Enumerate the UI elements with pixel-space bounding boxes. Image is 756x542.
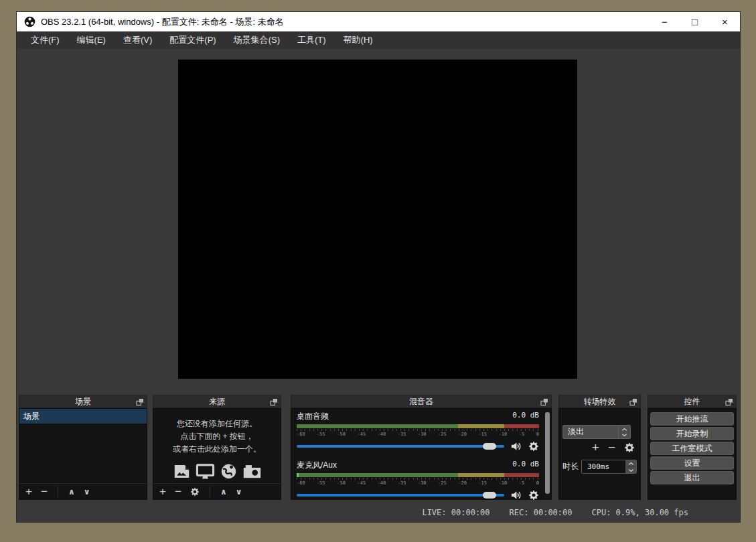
statusbar: LIVE: 00:00:00 REC: 00:00:00 CPU: 0.9%, … (17, 505, 740, 520)
float-panel-icon[interactable] (540, 398, 548, 406)
sources-empty-line: 您还没有添加任何源。 (153, 418, 281, 430)
rec-time: REC: 00:00:00 (510, 508, 573, 517)
chevron-up-icon (621, 428, 627, 432)
scale-tick: -60 (297, 432, 305, 437)
transitions-panel-header[interactable]: 转场特效 (558, 395, 641, 408)
exit-button[interactable]: 退出 (650, 471, 734, 484)
minimize-button[interactable]: − (650, 12, 680, 31)
titlebar[interactable]: OBS 23.2.1 (64-bit, windows) - 配置文件: 未命名… (17, 12, 740, 31)
image-source-icon (173, 462, 191, 480)
duration-spinbox[interactable]: 300ms (581, 460, 637, 474)
scene-list-item[interactable]: 场景 (19, 409, 147, 424)
transitions-panel: 转场特效 淡出 + − 时长 300ms (558, 395, 641, 500)
chevron-down-icon (628, 468, 634, 472)
scale-tick: -35 (398, 480, 406, 486)
remove-transition-button[interactable]: − (608, 441, 615, 454)
move-scene-up-button[interactable]: ∧ (68, 487, 75, 496)
scenes-panel-header[interactable]: 场景 (19, 395, 147, 408)
speaker-icon[interactable] (510, 440, 522, 452)
volume-meter (297, 424, 539, 428)
sources-empty-line: 点击下面的 + 按钮， (153, 430, 281, 443)
sources-panel-header[interactable]: 来源 (153, 395, 281, 408)
scale-tick: 0 (536, 480, 539, 486)
menu-item[interactable]: 编辑(E) (68, 31, 115, 49)
menu-item[interactable]: 配置文件(P) (161, 31, 224, 49)
float-panel-icon[interactable] (136, 398, 144, 406)
preview-canvas[interactable] (178, 60, 577, 379)
sources-empty-area[interactable]: 您还没有添加任何源。点击下面的 + 按钮，或者右击此处添加一个。 (153, 408, 281, 483)
mixer-channels: 桌面音频0.0 dB-60-55-50-45-40-35-30-25-20-15… (291, 409, 551, 501)
add-source-button[interactable]: + (159, 486, 166, 497)
mixer-channel-name: 桌面音频 (297, 411, 329, 422)
start-streaming-button[interactable]: 开始推流 (650, 412, 734, 426)
obs-logo-icon (24, 16, 35, 27)
volume-slider[interactable] (297, 494, 504, 496)
duration-increase-button[interactable] (625, 460, 636, 466)
mixer-channel-name: 麦克风/Aux (297, 460, 337, 471)
remove-source-button[interactable]: − (175, 486, 181, 497)
move-source-up-button[interactable]: ∧ (220, 487, 227, 496)
mixer-panel-header[interactable]: 混音器 (291, 395, 552, 408)
mixer-channel: 桌面音频0.0 dB-60-55-50-45-40-35-30-25-20-15… (291, 409, 551, 452)
transition-duration-row: 时长 300ms (562, 460, 637, 474)
volume-slider[interactable] (297, 445, 504, 448)
duration-value[interactable]: 300ms (582, 460, 625, 473)
mixer-channel: 麦克风/Aux0.0 dB-60-55-50-45-40-35-30-25-20… (291, 458, 551, 501)
move-source-down-button[interactable]: ∨ (236, 487, 242, 496)
close-button[interactable]: × (710, 12, 740, 31)
source-properties-icon[interactable] (190, 487, 200, 496)
meter-scale: -60-55-50-45-40-35-30-25-20-15-10-50 (297, 432, 539, 437)
controls-panel-header[interactable]: 控件 (648, 395, 737, 408)
transition-select-value: 淡出 (563, 426, 618, 438)
menu-item[interactable]: 帮助(H) (335, 31, 382, 49)
duration-spin-buttons (625, 460, 636, 473)
add-scene-button[interactable]: + (25, 486, 32, 497)
mixer-channel-level: 0.0 dB (512, 460, 539, 471)
scale-tick: -15 (478, 432, 487, 437)
transition-select[interactable]: 淡出 (562, 425, 631, 439)
display-source-icon (196, 462, 215, 481)
transition-select-spinner[interactable] (618, 426, 630, 438)
scale-tick: -10 (499, 432, 508, 437)
window-controls: − □ × (650, 12, 740, 31)
remove-scene-button[interactable]: − (41, 486, 48, 497)
move-scene-down-button[interactable]: ∨ (84, 487, 90, 496)
scene-list[interactable]: 场景 (19, 408, 147, 483)
start-recording-button[interactable]: 开始录制 (650, 427, 734, 440)
settings-button[interactable]: 设置 (650, 456, 734, 470)
scale-tick: -45 (357, 432, 366, 437)
meter-scale: -60-55-50-45-40-35-30-25-20-15-10-50 (297, 480, 539, 486)
volume-slider-handle[interactable] (483, 443, 496, 450)
float-panel-icon[interactable] (270, 398, 278, 406)
speaker-icon[interactable] (510, 489, 522, 501)
scenes-panel-title: 场景 (75, 396, 91, 408)
mixer-scrollbar[interactable] (545, 412, 550, 494)
menu-item[interactable]: 工具(T) (289, 31, 335, 49)
sources-empty-line: 或者右击此处添加一个。 (153, 443, 281, 456)
transitions-panel-title: 转场特效 (584, 396, 616, 408)
mixer-panel-title: 混音器 (409, 396, 433, 408)
maximize-button[interactable]: □ (680, 12, 710, 31)
add-transition-button[interactable]: + (592, 441, 599, 454)
camera-source-icon (242, 462, 262, 481)
scale-tick: -55 (317, 432, 325, 437)
mixer-settings-icon[interactable] (528, 441, 539, 452)
duration-decrease-button[interactable] (625, 466, 636, 473)
scale-tick: -20 (458, 480, 467, 486)
duration-label: 时长 (562, 461, 579, 472)
transition-tools: + − (592, 441, 635, 454)
menu-item[interactable]: 场景集合(S) (225, 31, 289, 49)
float-panel-icon[interactable] (629, 398, 637, 406)
transition-properties-icon[interactable] (624, 442, 635, 453)
controls-panel: 控件 开始推流开始录制工作室模式设置退出 (648, 395, 737, 500)
window-title: OBS 23.2.1 (64-bit, windows) - 配置文件: 未命名… (41, 16, 284, 28)
float-panel-icon[interactable] (725, 398, 733, 406)
volume-slider-handle[interactable] (483, 492, 496, 499)
mixer-channel-level: 0.0 dB (512, 411, 539, 422)
studio-mode-button[interactable]: 工作室模式 (650, 442, 734, 455)
controls-panel-title: 控件 (684, 396, 700, 408)
menu-item[interactable]: 文件(F) (22, 31, 68, 49)
menu-item[interactable]: 查看(V) (115, 31, 161, 49)
scale-tick: -5 (519, 432, 524, 437)
mixer-settings-icon[interactable] (528, 490, 539, 501)
